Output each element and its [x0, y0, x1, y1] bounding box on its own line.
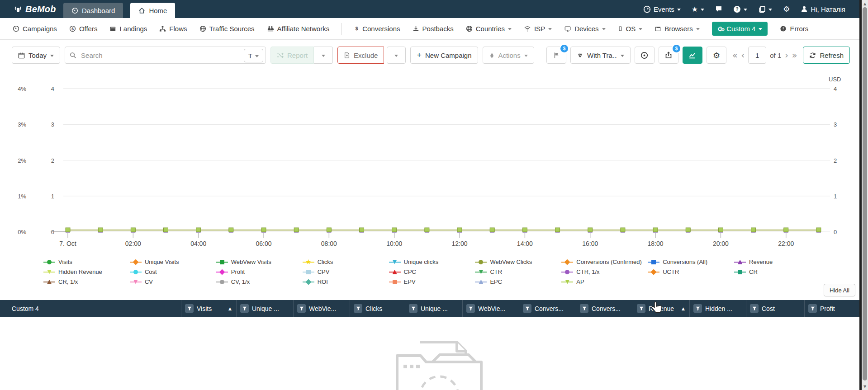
- column-header-convers-[interactable]: Convers...: [576, 300, 633, 317]
- column-header-visits[interactable]: Visits▲: [181, 300, 236, 317]
- column-header-cost[interactable]: Cost: [746, 300, 804, 317]
- nav-item-campaigns[interactable]: Campaigns: [13, 25, 57, 33]
- share-button[interactable]: $: [659, 47, 678, 64]
- column-header-clicks[interactable]: Clicks: [350, 300, 405, 317]
- next-page-icon[interactable]: ›: [785, 50, 788, 60]
- legend-item-roi[interactable]: ROI: [303, 277, 386, 286]
- filter-icon[interactable]: [693, 304, 702, 313]
- search-type-select[interactable]: T: [244, 49, 263, 62]
- filter-icon[interactable]: [580, 304, 588, 313]
- new-campaign-button[interactable]: + New Campaign: [410, 47, 478, 64]
- user-menu[interactable]: Hi, Наталія: [801, 5, 845, 13]
- flag-button[interactable]: $: [546, 47, 566, 64]
- legend-item-cr[interactable]: CR: [734, 268, 818, 276]
- nav-item-errors[interactable]: Errors: [780, 25, 808, 33]
- legend-item-ctr-1-x[interactable]: CTR, 1/x: [561, 268, 645, 276]
- chart-toggle-button[interactable]: [683, 47, 702, 64]
- filter-icon[interactable]: [637, 304, 645, 313]
- legend-item-conversions-all-[interactable]: Conversions (All): [648, 258, 731, 266]
- legend-item-cpv[interactable]: CPV: [303, 268, 386, 276]
- legend-item-profit[interactable]: Profit: [216, 268, 300, 276]
- settings-menu[interactable]: ⚙: [783, 5, 790, 14]
- tab-dashboard[interactable]: Dashboard: [63, 3, 123, 18]
- column-header-hidden-[interactable]: Hidden ...: [689, 300, 746, 317]
- nav-item-countries[interactable]: Countries: [466, 25, 512, 33]
- nav-item-conversions[interactable]: $Conversions: [354, 25, 400, 33]
- nav-item-os[interactable]: OS: [618, 25, 643, 33]
- column-header-unique-[interactable]: Unique ...: [405, 300, 462, 317]
- vertical-scrollbar[interactable]: ▲ ▼: [862, 0, 868, 390]
- filter-icon[interactable]: [523, 304, 531, 313]
- legend-item-clicks[interactable]: Clicks: [303, 258, 386, 266]
- feedback-button[interactable]: [715, 5, 722, 13]
- legend-item-cost[interactable]: Cost: [130, 268, 213, 276]
- scrollbar-thumb[interactable]: [863, 7, 867, 381]
- nav-item-isp[interactable]: ISP: [524, 25, 552, 33]
- nav-item-devices[interactable]: Devices: [564, 25, 605, 33]
- filter-icon[interactable]: [808, 304, 817, 313]
- legend-item-revenue[interactable]: Revenue: [734, 258, 818, 266]
- column-header-custom-4[interactable]: Custom 4: [0, 300, 181, 317]
- nav-item-flows[interactable]: Flows: [159, 25, 187, 33]
- last-page-icon[interactable]: »: [792, 50, 797, 60]
- hide-all-button[interactable]: Hide All: [824, 284, 855, 296]
- legend-item-ap[interactable]: AP: [561, 277, 645, 286]
- help-menu[interactable]: ?: [733, 5, 747, 13]
- page-input[interactable]: [748, 47, 766, 64]
- nav-item-custom-4[interactable]: ⚙⚙Custom 4: [712, 22, 768, 36]
- refresh-button[interactable]: Refresh: [803, 47, 850, 64]
- prev-page-icon[interactable]: ‹: [741, 50, 745, 60]
- legend-item-epc[interactable]: EPC: [475, 277, 559, 286]
- filter-icon[interactable]: [240, 304, 249, 313]
- visibility-button[interactable]: [635, 47, 655, 64]
- scroll-up-icon[interactable]: ▲: [862, 0, 868, 7]
- legend-item-unique-visits[interactable]: Unique Visits: [130, 258, 213, 266]
- actions-button[interactable]: Actions: [483, 47, 534, 64]
- legend-item-webview-visits[interactable]: WebView Visits: [216, 258, 300, 266]
- column-header-unique-[interactable]: Unique ...: [236, 300, 293, 317]
- legend-item-webview-clicks[interactable]: WebView Clicks: [475, 258, 559, 266]
- nav-item-browsers[interactable]: Browsers: [655, 25, 700, 33]
- nav-item-offers[interactable]: $Offers: [69, 25, 98, 33]
- scroll-down-icon[interactable]: ▼: [862, 383, 868, 390]
- legend-item-visits[interactable]: Visits: [43, 258, 127, 266]
- column-header-webvie-[interactable]: WebVie...: [462, 300, 519, 317]
- legend-item-cr-1-x[interactable]: CR, 1/x: [43, 277, 127, 286]
- legend-item-uctr[interactable]: UCTR: [648, 268, 731, 276]
- columns-settings-button[interactable]: ⚙: [707, 47, 726, 64]
- report-dropdown-button[interactable]: [314, 47, 333, 64]
- column-header-convers-[interactable]: Convers...: [519, 300, 576, 317]
- docs-menu[interactable]: [758, 5, 772, 13]
- tab-home[interactable]: Home: [130, 3, 175, 18]
- search-input[interactable]: [80, 51, 266, 60]
- column-header-profit[interactable]: Profit: [804, 300, 860, 317]
- legend-item-cv-1-x[interactable]: CV, 1/x: [216, 277, 300, 286]
- legend-item-unique-clicks[interactable]: Unique clicks: [389, 258, 473, 266]
- date-range-button[interactable]: Today: [12, 47, 60, 64]
- bemob-logo[interactable]: BeMob: [14, 0, 56, 18]
- nav-item-landings[interactable]: Landings: [109, 25, 147, 33]
- events-menu[interactable]: Events: [643, 5, 681, 13]
- legend-item-conversions-confirmed-[interactable]: Conversions (Confirmed): [561, 258, 645, 266]
- column-header-webvie-[interactable]: WebVie...: [293, 300, 350, 317]
- filter-icon[interactable]: [185, 304, 194, 313]
- traffic-filter-select[interactable]: With Tra...: [570, 47, 631, 64]
- legend-item-hidden-revenue[interactable]: Hidden Revenue: [43, 268, 127, 276]
- filter-icon[interactable]: [466, 304, 475, 313]
- legend-item-cpc[interactable]: CPC: [389, 268, 473, 276]
- filter-icon[interactable]: [409, 304, 417, 313]
- exclude-button[interactable]: Exclude: [337, 47, 384, 64]
- report-button[interactable]: Report: [270, 47, 314, 64]
- nav-item-affiliate-networks[interactable]: Affiliate Networks: [267, 25, 330, 33]
- nav-item-postbacks[interactable]: Postbacks: [413, 25, 454, 33]
- first-page-icon[interactable]: «: [732, 50, 738, 60]
- nav-item-traffic-sources[interactable]: Traffic Sources: [199, 25, 255, 33]
- filter-icon[interactable]: [297, 304, 306, 313]
- legend-item-ctr[interactable]: CTR: [475, 268, 559, 276]
- legend-item-cv[interactable]: CV: [130, 277, 213, 286]
- favorites-menu[interactable]: ★: [692, 5, 704, 14]
- filter-icon[interactable]: [750, 304, 759, 313]
- filter-icon[interactable]: [354, 304, 362, 313]
- legend-item-epv[interactable]: EPV: [389, 277, 473, 286]
- exclude-dropdown-button[interactable]: [387, 47, 406, 64]
